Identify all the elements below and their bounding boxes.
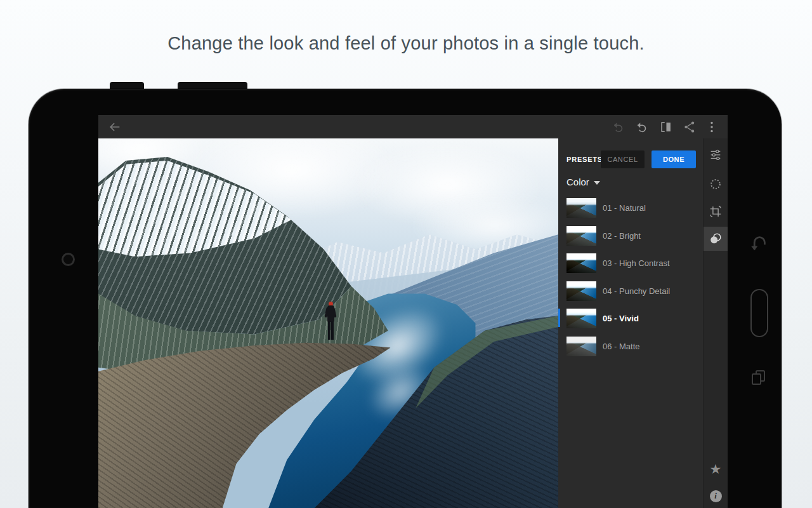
star-icon: ★: [710, 462, 722, 476]
tool-selective-edit[interactable]: [704, 172, 728, 196]
panel-title: PRESETS: [566, 156, 603, 163]
preset-category-label: Color: [566, 177, 589, 187]
preset-label: 02 - Bright: [603, 231, 641, 241]
presets-circles-icon: [709, 232, 723, 246]
preset-thumbnail: [566, 337, 596, 356]
preset-list-item[interactable]: 01 - Natural: [558, 194, 703, 222]
preset-label: 04 - Punchy Detail: [603, 286, 670, 296]
front-camera: [62, 253, 75, 266]
tool-sidebar: ★ i: [703, 138, 728, 508]
preset-list-item[interactable]: 06 - Matte: [558, 333, 703, 361]
undo-icon[interactable]: [635, 120, 649, 134]
android-back-button[interactable]: [749, 234, 768, 254]
overflow-menu-icon[interactable]: [705, 120, 719, 134]
preset-label: 06 - Matte: [603, 342, 640, 351]
preset-label: 03 - High Contrast: [603, 258, 670, 268]
marketing-screenshot: Change the look and feel of your photos …: [0, 0, 812, 508]
preset-list-item[interactable]: 03 - High Contrast: [558, 250, 703, 277]
dotted-circle-icon: [709, 177, 723, 191]
info-button[interactable]: i: [704, 484, 728, 508]
preset-label: 01 - Natural: [603, 203, 646, 213]
preset-list-item[interactable]: 02 - Bright: [558, 222, 703, 250]
tablet-device: PRESETS CANCEL DONE Color 01 - Natural 0…: [29, 89, 782, 508]
preset-thumbnail: [566, 309, 596, 328]
tool-presets[interactable]: [704, 227, 728, 251]
photo-hiker: [325, 302, 336, 341]
preset-category-dropdown[interactable]: Color: [566, 177, 600, 187]
preset-list-item[interactable]: 04 - Punchy Detail: [558, 277, 703, 305]
chevron-down-icon: [594, 181, 600, 185]
preset-list-item[interactable]: 05 - Vivid: [558, 305, 703, 333]
preset-label: 05 - Vivid: [603, 314, 639, 323]
app-screen: PRESETS CANCEL DONE Color 01 - Natural 0…: [98, 115, 728, 508]
preset-thumbnail: [566, 226, 596, 246]
before-after-compare-icon[interactable]: [659, 120, 673, 134]
tagline-text: Change the look and feel of your photos …: [0, 33, 812, 54]
preset-list: 01 - Natural 02 - Bright 03 - High Contr…: [558, 194, 703, 360]
presets-panel: PRESETS CANCEL DONE Color 01 - Natural 0…: [558, 138, 703, 508]
info-icon: i: [710, 490, 722, 502]
photo-canvas[interactable]: [98, 138, 558, 508]
preset-thumbnail: [566, 253, 596, 273]
adjustments-sliders-icon: [709, 147, 723, 161]
tool-adjustments[interactable]: [704, 142, 728, 166]
preset-thumbnail: [566, 281, 596, 301]
crop-rotate-icon: [709, 204, 723, 218]
done-button[interactable]: DONE: [652, 150, 696, 168]
cancel-button[interactable]: CANCEL: [601, 150, 645, 168]
redo-icon[interactable]: [612, 120, 625, 134]
top-toolbar: [98, 115, 728, 138]
android-home-button[interactable]: [750, 289, 768, 337]
android-recents-button[interactable]: [750, 368, 767, 387]
favorite-star-button[interactable]: ★: [704, 457, 728, 481]
tool-crop-rotate[interactable]: [704, 199, 728, 224]
share-icon[interactable]: [683, 120, 697, 134]
back-arrow-icon[interactable]: [108, 120, 122, 134]
preset-thumbnail: [566, 198, 596, 218]
